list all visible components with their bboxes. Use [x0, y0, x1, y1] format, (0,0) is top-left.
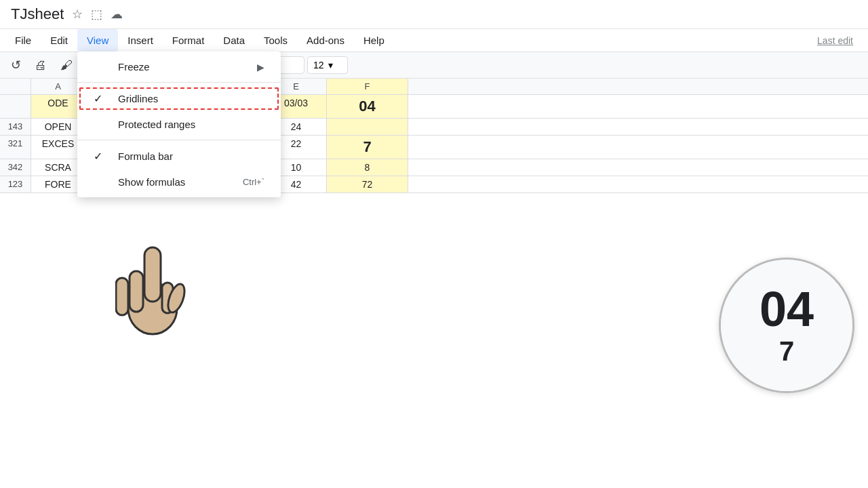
magnifier-primary: 04: [760, 285, 814, 333]
size-arrow: ▾: [328, 60, 333, 70]
hand-cursor-icon: [115, 230, 190, 353]
size-value: 12: [313, 60, 324, 70]
menu-freeze-item[interactable]: Freeze ▶: [77, 54, 281, 79]
cloud-icon[interactable]: ☁: [111, 7, 123, 22]
svg-rect-4: [162, 283, 173, 313]
formulabar-label: Formula bar: [118, 150, 264, 162]
magnifier: 04 7: [719, 258, 854, 393]
app-title: TJsheet: [11, 5, 64, 23]
menu-bar-wrapper: File Edit View Freeze ▶ ✓ Gridlines: [0, 29, 868, 52]
protected-label: Protected ranges: [118, 119, 264, 130]
title-bar: TJsheet ☆ ⬚ ☁: [0, 0, 868, 29]
showformulas-label: Show formulas: [118, 176, 232, 188]
undo-button[interactable]: ↺: [5, 55, 26, 75]
menu-data[interactable]: Data: [214, 29, 254, 52]
menu-showformulas-item[interactable]: Show formulas Ctrl+`: [77, 169, 281, 195]
menu-tools[interactable]: Tools: [254, 29, 297, 52]
star-icon[interactable]: ☆: [72, 7, 83, 22]
svg-point-0: [128, 283, 177, 334]
menu-formulabar-item[interactable]: ✓ Formula bar: [77, 143, 281, 169]
menu-protected-item[interactable]: Protected ranges: [77, 112, 281, 137]
menu-view[interactable]: View Freeze ▶ ✓ Gridlines: [77, 29, 118, 52]
freeze-arrow: ▶: [257, 62, 264, 73]
menu-bar: File Edit View Freeze ▶ ✓ Gridlines: [0, 29, 868, 52]
row-num-header: [0, 79, 31, 94]
row-num-2: 321: [0, 136, 31, 159]
menu-format[interactable]: Format: [163, 29, 214, 52]
size-selector[interactable]: 12 ▾: [307, 56, 348, 74]
row-num-1: 143: [0, 119, 31, 135]
row-num-4: 123: [0, 176, 31, 192]
menu-file[interactable]: File: [5, 29, 41, 52]
freeze-label: Freeze: [118, 61, 246, 73]
col-header-f: F: [327, 79, 408, 94]
menu-gridlines-item[interactable]: ✓ Gridlines: [77, 85, 281, 112]
menu-edit[interactable]: Edit: [41, 29, 77, 52]
gridlines-check: ✓: [94, 92, 107, 105]
svg-point-5: [165, 282, 188, 314]
print-button[interactable]: 🖨: [29, 56, 52, 75]
folder-icon[interactable]: ⬚: [91, 7, 102, 22]
magnifier-secondary: 7: [779, 336, 794, 367]
menu-help[interactable]: Help: [354, 29, 394, 52]
row-num-3: 342: [0, 159, 31, 176]
showformulas-shortcut: Ctrl+`: [243, 177, 264, 187]
menu-insert[interactable]: Insert: [118, 29, 163, 52]
svg-rect-2: [130, 271, 143, 312]
cell-3-f[interactable]: 8: [327, 159, 408, 176]
cell-2-f[interactable]: 7: [327, 136, 408, 159]
paint-button[interactable]: 🖌: [55, 56, 78, 75]
svg-rect-1: [144, 247, 161, 302]
divider-2: [77, 140, 281, 140]
menu-addons[interactable]: Add-ons: [297, 29, 354, 52]
svg-rect-3: [116, 278, 128, 315]
last-edit[interactable]: Last edit: [808, 30, 863, 52]
cell-header-f[interactable]: 04: [327, 95, 408, 118]
formulabar-check: ✓: [94, 150, 107, 163]
cell-4-f[interactable]: 72: [327, 176, 408, 192]
gridlines-label: Gridlines: [118, 93, 264, 104]
view-dropdown: Freeze ▶ ✓ Gridlines Protected ranges: [77, 52, 281, 197]
row-num-header-cell: [0, 95, 31, 118]
divider-1: [77, 82, 281, 83]
cell-1-f[interactable]: [327, 119, 408, 135]
